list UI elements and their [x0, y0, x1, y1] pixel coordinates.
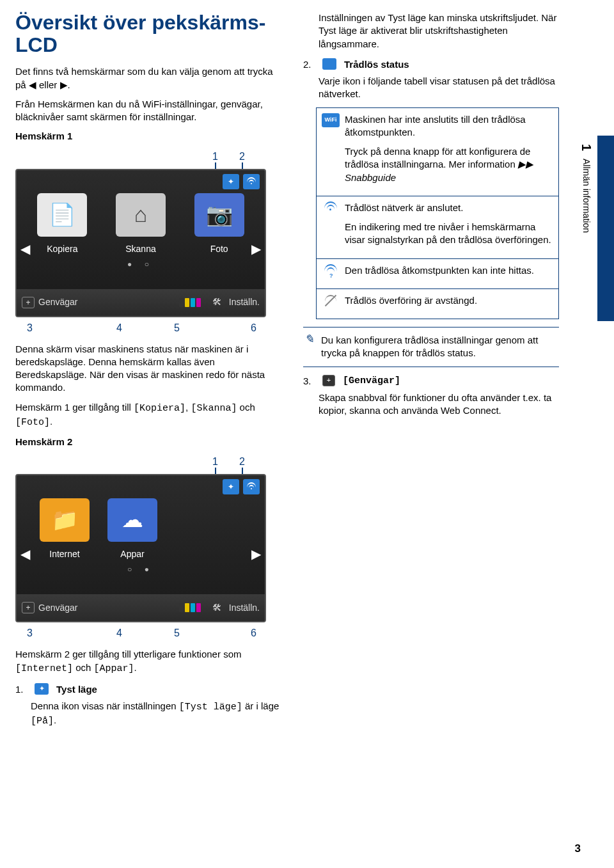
note-icon: ✎: [304, 331, 314, 347]
shortcut-plus-icon: +: [322, 375, 335, 386]
lcd-homescreen-1: ✦ ◀ ▶ 📄 Kopiera ⌂ Skanna 📷 Foto ● ○: [15, 169, 266, 317]
wifi-status-icon[interactable]: [243, 174, 260, 189]
item-1-text: Denna ikon visas när inställningen [Tyst…: [15, 700, 284, 729]
ink-levels-icon[interactable]: [179, 603, 201, 612]
table-row: WiFi Maskinen har inte anslutits till de…: [317, 108, 558, 196]
table-row: Trådlös överföring är avstängd.: [317, 288, 558, 319]
item-3-shortcuts: 3. + [Genvägar]: [303, 375, 559, 388]
tools-icon: 🛠: [211, 297, 223, 308]
quiet-description: Inställningen av Tyst läge kan minska ut…: [303, 12, 559, 51]
quiet-mode-icon[interactable]: ✦: [223, 479, 239, 494]
plus-icon: +: [22, 602, 35, 613]
nav-right-icon[interactable]: ▶: [251, 546, 261, 563]
item-2-text: Varje ikon i följande tabell visar statu…: [303, 75, 559, 101]
wifi-off-icon: [324, 294, 338, 307]
homescreen2-label: Hemskärm 2: [15, 436, 284, 448]
page-dots: ● ○: [17, 259, 265, 269]
lcd-item-apps[interactable]: ☁ Appar: [107, 498, 157, 560]
intro-1: Det finns två hemskärmar som du kan välj…: [15, 65, 284, 91]
lcd-item-copy[interactable]: 📄 Kopiera: [37, 193, 87, 255]
item-3-text: Skapa snabbval för funktioner du ofta an…: [303, 391, 559, 418]
nav-right-icon[interactable]: ▶: [251, 241, 261, 258]
page-dots: ○ ●: [17, 564, 265, 574]
wifi-notfound-icon: ?: [324, 264, 338, 277]
wifi-badge-icon: WiFi: [322, 113, 340, 127]
tools-icon: 🛠: [211, 602, 223, 613]
quiet-mode-small-icon: ✦: [35, 683, 49, 695]
nav-left-icon[interactable]: ◀: [20, 241, 30, 258]
lcd-item-photo[interactable]: 📷 Foto: [194, 193, 244, 255]
callout-bottom-2: 3 4 5 6: [15, 626, 284, 644]
scan-icon: ⌂: [116, 193, 166, 237]
internet-icon: 📁: [40, 498, 90, 542]
callout-top-1: 1 2: [15, 150, 284, 168]
intro-2: Från Hemskärmen kan du nå WiFi-inställni…: [15, 98, 284, 124]
homescreen1-gives: Hemskärm 1 ger tillgång till [Kopiera], …: [15, 401, 284, 430]
settings-button[interactable]: 🛠 Inställn.: [211, 296, 260, 308]
page-number: 3: [575, 842, 581, 856]
homescreen2-gives: Hemskärm 2 ger tillgång till ytterligare…: [15, 648, 284, 675]
callout-top-2: 1 2: [15, 455, 284, 473]
photo-icon: 📷: [194, 193, 244, 237]
wifi-status-icon[interactable]: [243, 479, 260, 494]
quiet-mode-icon[interactable]: ✦: [223, 174, 239, 189]
plus-icon: +: [22, 297, 35, 308]
wifi-status-table: WiFi Maskinen har inte anslutits till de…: [316, 107, 559, 320]
wifi-signal-icon: [324, 201, 338, 214]
apps-icon: ☁: [107, 498, 157, 542]
callout-bottom-1: 3 4 5 6: [15, 321, 284, 339]
copy-icon: 📄: [37, 193, 87, 237]
lcd-item-internet[interactable]: 📁 Internet: [40, 498, 90, 560]
lcd-item-scan[interactable]: ⌂ Skanna: [116, 193, 166, 255]
settings-button[interactable]: 🛠 Inställn.: [211, 602, 260, 614]
homescreen1-label: Hemskärm 1: [15, 130, 284, 143]
wifi-small-icon: [322, 58, 336, 70]
shortcuts-button[interactable]: + Genvägar: [22, 296, 77, 308]
table-row: ? Den trådlösa åtkomstpunkten kan inte h…: [317, 258, 558, 288]
chapter-label: 1 Allmän information: [578, 144, 595, 233]
shortcuts-button[interactable]: + Genvägar: [22, 602, 77, 614]
item-2-wireless: 2. Trådlös status: [303, 58, 559, 71]
ink-levels-icon[interactable]: [179, 298, 201, 307]
note-box: ✎ Du kan konfigurera trådlösa inställnin…: [303, 327, 559, 367]
page-title: Översikt över pekskärms-LCD: [15, 12, 284, 56]
status-description: Denna skärm visar maskinens status när m…: [15, 343, 284, 395]
item-1-quiet: 1. ✦ Tyst läge: [15, 683, 284, 696]
table-row: Trådlöst nätverk är anslutet. En indiker…: [317, 196, 558, 258]
chapter-tab: [597, 136, 614, 321]
nav-left-icon[interactable]: ◀: [20, 546, 30, 563]
lcd-homescreen-2: ✦ ◀ ▶ 📁 Internet ☁ Appar ○ ● + Genvägar: [15, 474, 266, 622]
